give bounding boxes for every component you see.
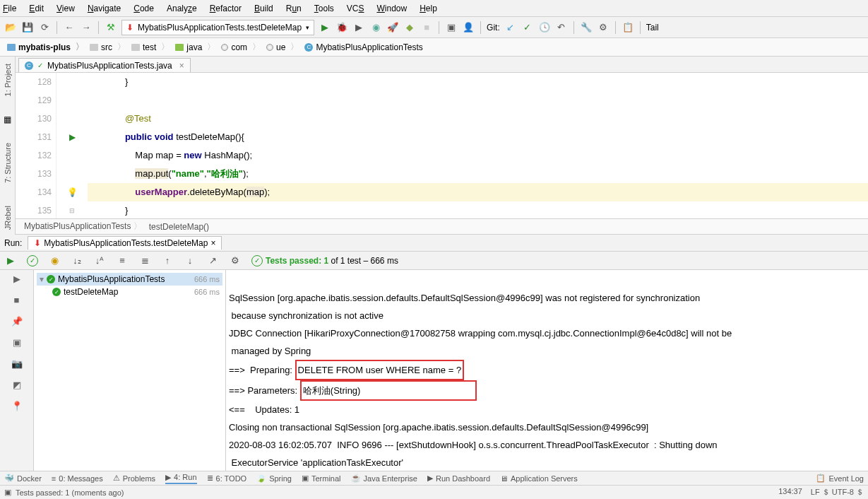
open-icon[interactable]: 📂 [4,21,17,34]
git-update-icon[interactable]: ↙ [504,21,517,34]
class-icon: C [25,61,33,70]
editor-area: C ✓ MybatisPlusApplicationTests.java × 1… [16,57,868,235]
fold-icon[interactable]: ⊟ [69,207,75,214]
cursor-position[interactable]: 134:37 [778,487,802,498]
intention-bulb-icon[interactable]: 💡 [67,187,78,197]
collapse-icon[interactable]: ≣ [138,254,151,267]
menu-code[interactable]: Code [133,4,154,13]
tw-run-dash[interactable]: ▶ Run Dashboard [427,474,490,483]
git-commit-icon[interactable]: ✓ [521,21,534,34]
crumb-com[interactable]: com [218,41,263,53]
pin2-icon[interactable]: 📍 [11,400,23,411]
hammer-icon[interactable]: ⚒ [105,21,117,34]
avatar-icon[interactable]: 👤 [462,21,475,34]
crumb-src[interactable]: src [87,41,129,53]
run-config-label: MybatisPlusApplicationTests.testDeleteMa… [138,23,302,33]
crumb2-method[interactable]: testDeleteMap() [149,222,209,232]
gear-icon[interactable]: ⚙ [229,254,242,267]
layout-icon[interactable]: ▣ [11,336,23,348]
save-icon[interactable]: 💾 [21,21,34,34]
debug-icon[interactable]: 🐞 [335,21,348,34]
console-output[interactable]: SqlSession [org.apache.ibatis.session.de… [226,270,868,471]
scroll-icon[interactable]: ◩ [11,379,23,390]
pin-icon[interactable]: 📌 [11,315,23,327]
tw-app-servers[interactable]: 🖥 Application Servers [500,474,578,483]
tw-event-log[interactable]: 📋 Event Log [816,474,864,483]
tw-messages[interactable]: ≡ 0: Messages [52,474,103,483]
sort2-icon[interactable]: ↓ᴬ [93,254,106,267]
tail-label[interactable]: Tail [646,23,659,33]
tree-child[interactable]: ✓ testDeleteMap 666 ms [37,286,222,298]
forward-icon[interactable]: → [80,21,93,34]
down-icon[interactable]: ↓ [184,254,196,267]
tw-java-ent[interactable]: ☕ Java Enterprise [351,474,417,483]
crumb-java[interactable]: java [172,41,218,53]
menu-vcs[interactable]: VCS [347,4,364,13]
menu-navigate[interactable]: Navigate [88,4,121,13]
crumb-root[interactable]: mybatis-plus [4,41,87,53]
crumb-test[interactable]: test [129,41,172,53]
side-jrebel[interactable]: JRebel [4,201,12,234]
refresh-icon[interactable]: ⟳ [38,21,51,34]
layout-icon[interactable]: ▣ [445,21,458,34]
tw-run[interactable]: ▶ 4: Run [165,473,196,484]
back-icon[interactable]: ← [63,21,76,34]
run-tab-header: Run: ⬇ MybatisPlusApplicationTests.testD… [0,235,868,252]
run-icon[interactable]: ▶ [319,21,331,34]
tw-terminal[interactable]: ▣ Terminal [302,474,341,483]
run-icon[interactable]: ▶ [11,273,23,284]
crumb2-class[interactable]: MybatisPlusApplicationTests [24,221,142,233]
profile-icon[interactable]: ◉ [369,21,382,34]
tree-root[interactable]: ▾✓ MybatisPlusApplicationTests 666 ms [37,273,222,286]
menu-view[interactable]: View [57,4,75,13]
run-configuration-select[interactable]: ⬇ MybatisPlusApplicationTests.testDelete… [121,20,314,35]
stop-icon[interactable]: ■ [11,294,23,305]
run-side-toolbar: ▶ ■ 📌 ▣ 📷 ◩ 📍 [0,270,34,471]
side-structure[interactable]: 7: Structure [4,139,12,187]
menu-refactor[interactable]: Refactor [210,4,242,13]
menu-window[interactable]: Window [376,4,407,13]
export-icon[interactable]: ↗ [206,254,219,267]
rocket-icon[interactable]: 🚀 [386,21,399,34]
crumb-ue[interactable]: ue [263,41,302,53]
path-breadcrumbs: mybatis-plus src test java com ue CMybat… [0,38,868,57]
search-icon[interactable]: 🔧 [580,21,593,34]
tw-docker[interactable]: 🐳 Docker [4,474,42,483]
rerun-icon[interactable]: ▶ [4,254,17,267]
encoding[interactable]: LF ＄ UTF-8 ＄ [811,487,864,498]
menu-analyze[interactable]: Analyze [167,4,197,13]
stop-icon[interactable]: ■ [420,21,433,34]
camera-icon[interactable]: 📷 [11,358,23,369]
crumb-class[interactable]: CMybatisPlusApplicationTests [302,42,425,52]
code-editor[interactable]: } @Test public void testDeleteMap(){ Map… [88,73,868,220]
side-project[interactable]: 1: Project [4,59,12,100]
run-test-gutter-icon[interactable]: ▶ [69,132,76,142]
git-history-icon[interactable]: 🕓 [538,21,551,34]
menu-edit[interactable]: Edit [29,4,44,13]
jrebel-icon[interactable]: ◆ [403,21,416,34]
menu-help[interactable]: Help [420,4,437,13]
run-tab-active[interactable]: ⬇ MybatisPlusApplicationTests.testDelete… [28,236,222,250]
side-project-icon[interactable]: ▦ [4,115,11,124]
expand-icon[interactable]: ≡ [116,254,129,267]
close-icon[interactable]: × [210,238,215,248]
test-results-label: ✓Tests passed: 1 of 1 test – 666 ms [251,255,398,266]
menu-build[interactable]: Build [254,4,273,13]
up-icon[interactable]: ↑ [161,254,174,267]
tw-spring[interactable]: 🍃 Spring [256,474,292,483]
sort-icon[interactable]: ↓₂ [71,254,83,267]
close-icon[interactable]: × [179,61,184,71]
copy-icon[interactable]: 📋 [622,21,634,34]
file-tab-active[interactable]: C ✓ MybatisPlusApplicationTests.java × [18,58,191,72]
toggle-icon[interactable]: ◉ [48,254,61,267]
menu-tools[interactable]: Tools [314,4,334,13]
menu-run[interactable]: Run [286,4,302,13]
coverage-icon[interactable]: ▶ [352,21,365,34]
status-icon[interactable]: ▣ [4,488,11,497]
settings-icon[interactable]: ⚙ [597,21,610,34]
tw-todo[interactable]: ≣ 6: TODO [207,474,247,483]
git-revert-icon[interactable]: ↶ [555,21,568,34]
tw-problems[interactable]: ⚠ Problems [113,474,155,483]
status-msg: Tests passed: 1 (moments ago) [16,488,124,497]
menu-file[interactable]: File [3,4,16,13]
